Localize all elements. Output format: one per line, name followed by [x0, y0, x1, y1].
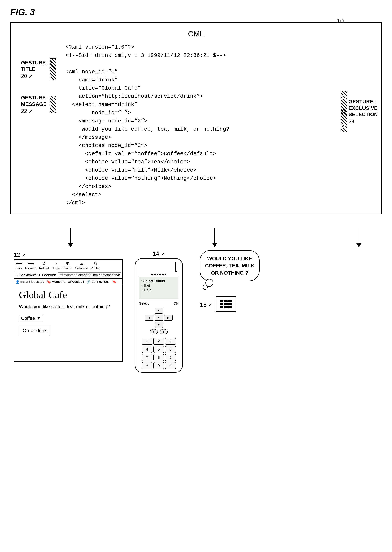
gesture-exclusive-sublabel2: SELECTION — [349, 111, 378, 118]
diagram-number: 10 — [337, 18, 344, 25]
reload-icon: ↺ — [42, 261, 46, 266]
diagram-box: 10 CML GESTURE: TITLE 20 ↗ GESTURE: MESS… — [10, 22, 382, 214]
browser-wrapper: 12 ↗ ⟵ Back ⟶ Forward ↺ Reload — [14, 250, 125, 362]
phone-softkeys: Select OK — [139, 301, 178, 306]
netscape-icon: ☁ — [79, 261, 84, 266]
gesture-exclusive-sublabel1: EXCLUSIVE — [349, 105, 378, 111]
speech-wrapper: WOULD YOU LIKE COFFEE, TEA, MILK OR NOTH… — [193, 250, 259, 312]
netscape-button[interactable]: ☁ Netscape — [75, 261, 88, 270]
code-block: <?xml version=“1.0”?> <!--$id: drink.cml… — [65, 43, 349, 207]
drink-dropdown[interactable]: Coffee ▼ — [19, 314, 43, 322]
nav-left[interactable]: ◀ — [145, 315, 154, 321]
browser-content: Global Cafe Would you like coffee, tea, … — [14, 285, 122, 339]
browser-toolbar[interactable]: ⟵ Back ⟶ Forward ↺ Reload ⌂ Home ✱ Sea — [14, 260, 122, 272]
page-question: Would you like coffee, tea, milk or noth… — [19, 304, 118, 309]
bottom-section: 12 ↗ ⟵ Back ⟶ Forward ↺ Reload — [10, 250, 382, 373]
forward-icon: ⟶ — [28, 261, 34, 266]
gesture-message-sublabel: MESSAGE — [21, 101, 48, 107]
search-icon: ✱ — [66, 261, 69, 266]
num-6[interactable]: 6 — [165, 346, 176, 353]
address-bar[interactable]: ✈ Bookmarks ↺ Location: — [14, 272, 122, 279]
cml-title: CML — [21, 29, 371, 38]
bookmark-instant[interactable]: 👤 Instant Message — [15, 280, 44, 284]
phone-wrapper: 14 ↗ • Select Drinks ○ Exit — [132, 250, 186, 373]
printer-button[interactable]: ⎙ Printer — [91, 261, 100, 270]
num-hash[interactable]: # — [165, 362, 176, 369]
dropdown-row: Coffee ▼ — [19, 314, 118, 322]
gesture-exclusive-label: GESTURE: — [349, 98, 378, 105]
gesture-message-number: 22 ↗ — [21, 108, 48, 114]
reload-button[interactable]: ↺ Reload — [39, 261, 49, 270]
nav-up[interactable]: ▲ — [154, 307, 163, 314]
softkey-select[interactable]: Select — [139, 301, 149, 306]
nav-center[interactable]: ● — [154, 315, 163, 321]
phone-nav-cluster: ▲ ◀ ● ▶ ▼ ◖ ◗ — [145, 307, 173, 335]
phone-body: • Select Drinks ○ Exit ○ Help Select OK … — [135, 258, 183, 373]
printer-icon: ⎙ — [94, 261, 97, 266]
arrow-to-phone — [212, 228, 217, 249]
num-4[interactable]: 4 — [142, 346, 153, 353]
bookmarks-label: ✈ Bookmarks ↺ — [15, 273, 40, 277]
home-button[interactable]: ⌂ Home — [52, 261, 60, 270]
page-title: Global Cafe — [19, 289, 118, 300]
num-star[interactable]: * — [142, 362, 153, 369]
device-grid — [220, 300, 232, 308]
gesture-message-annotation: GESTURE: MESSAGE 22 ↗ — [21, 94, 56, 114]
screen-item-exit: ○ Exit — [141, 283, 176, 288]
phone-numpad: 1 2 3 4 5 6 7 8 9 * 0 # — [142, 338, 176, 369]
nav-side-right[interactable]: ◗ — [160, 329, 168, 335]
browser-label: 12 ↗ — [14, 251, 26, 258]
phone-speaker — [151, 273, 167, 275]
arrows-row — [10, 228, 382, 247]
dropdown-value: Coffee — [21, 315, 35, 321]
figure-title: FIG. 3 — [10, 7, 382, 17]
gesture-message-label: GESTURE: — [21, 94, 48, 101]
nav-side-left[interactable]: ◖ — [150, 329, 158, 335]
bookmark-members[interactable]: 🔖 Members — [47, 280, 65, 284]
bookmarks-bar: 👤 Instant Message 🔖 Members ✉ WebMail 🔗 … — [14, 279, 122, 285]
num-9[interactable]: 9 — [165, 354, 176, 361]
arrow-to-browser — [68, 228, 73, 249]
gesture-message-hatch — [50, 96, 56, 113]
nav-right[interactable]: ▶ — [164, 315, 173, 321]
bookmark-connections[interactable]: 🔗 Connections — [87, 280, 109, 284]
search-button[interactable]: ✱ Search — [63, 261, 72, 270]
num-1[interactable]: 1 — [142, 338, 153, 345]
phone-label: 14 ↗ — [153, 250, 165, 257]
nav-down[interactable]: ▼ — [154, 322, 163, 328]
home-icon: ⌂ — [54, 261, 57, 266]
speech-bubble-text: WOULD YOU LIKE COFFEE, TEA, MILK OR NOTH… — [205, 256, 254, 276]
num-0[interactable]: 0 — [154, 362, 164, 369]
speech-label: 16 ↗ — [200, 301, 212, 308]
num-8[interactable]: 8 — [154, 354, 164, 361]
address-input[interactable] — [58, 273, 121, 278]
gesture-title-sublabel: TITLE — [21, 66, 48, 72]
arrow-to-speech — [357, 228, 361, 249]
forward-button[interactable]: ⟶ Forward — [25, 261, 36, 270]
screen-item-select: • Select Drinks — [141, 279, 176, 283]
gesture-title-number: 20 ↗ — [21, 73, 48, 79]
gesture-exclusive-number: 24 — [349, 118, 378, 125]
speech-device — [216, 296, 236, 312]
num-5[interactable]: 5 — [154, 346, 164, 353]
back-button[interactable]: ⟵ Back — [15, 261, 22, 270]
phone-screen: • Select Drinks ○ Exit ○ Help — [139, 277, 178, 299]
speech-bubble: WOULD YOU LIKE COFFEE, TEA, MILK OR NOTH… — [200, 250, 259, 281]
screen-item-help: ○ Help — [141, 288, 176, 293]
dropdown-arrow-icon: ▼ — [36, 315, 41, 321]
num-3[interactable]: 3 — [165, 338, 176, 345]
back-icon: ⟵ — [16, 261, 22, 266]
bookmark-webmail[interactable]: ✉ WebMail — [68, 280, 84, 284]
num-7[interactable]: 7 — [142, 354, 153, 361]
gesture-title-hatch — [50, 58, 56, 80]
num-2[interactable]: 2 — [154, 338, 164, 345]
phone-antenna — [175, 262, 177, 272]
browser-box: ⟵ Back ⟶ Forward ↺ Reload ⌂ Home ✱ Sea — [14, 259, 123, 362]
gesture-title-label: GESTURE: — [21, 59, 48, 66]
softkey-ok[interactable]: OK — [174, 301, 178, 306]
order-drink-button[interactable]: Order drink — [19, 326, 50, 335]
gesture-title-annotation: GESTURE: TITLE 20 ↗ — [21, 58, 56, 80]
